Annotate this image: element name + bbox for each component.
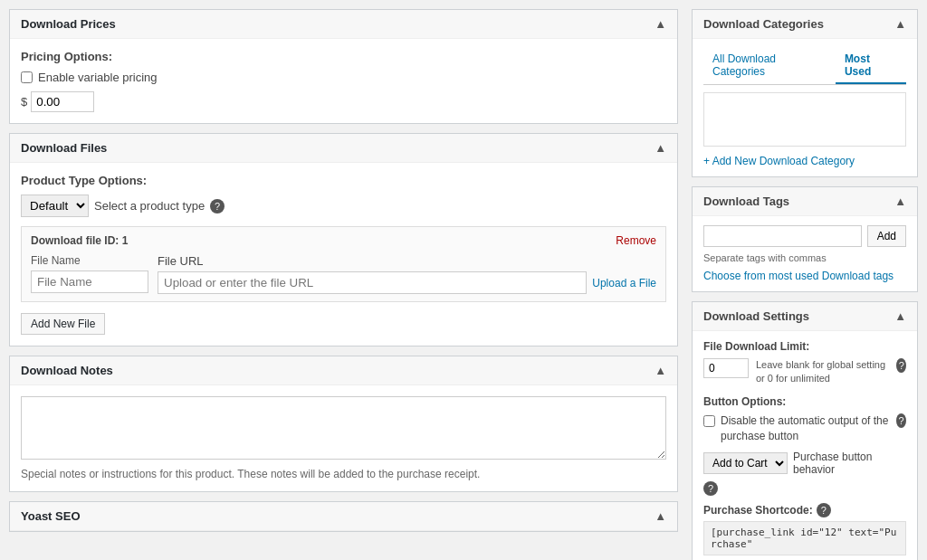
purchase-btn-select[interactable]: Add to Cart [703, 452, 788, 474]
price-input[interactable] [31, 91, 94, 112]
limit-hint: Leave blank for global setting or 0 for … [756, 358, 893, 386]
download-notes-body: Special notes or instructions for this p… [10, 385, 677, 491]
upload-file-link[interactable]: Upload a File [592, 277, 656, 289]
download-notes-collapse[interactable]: ▲ [655, 364, 666, 377]
download-files-header: Download Files ▲ [10, 134, 677, 163]
add-new-category-link[interactable]: + Add New Download Category [703, 155, 855, 167]
disable-auto-output-label: Disable the automatic output of the purc… [721, 413, 893, 444]
download-prices-title: Download Prices [21, 17, 116, 31]
limit-row: Leave blank for global setting or 0 for … [703, 358, 906, 386]
download-files-metabox: Download Files ▲ Product Type Options: D… [9, 133, 678, 346]
download-categories-body: All Download Categories Most Used + Add … [693, 39, 917, 176]
download-notes-header: Download Notes ▲ [10, 356, 677, 385]
file-block-id-label: Download file ID: 1 [31, 234, 128, 247]
shortcode-help-icon[interactable]: ? [817, 503, 831, 517]
download-files-collapse[interactable]: ▲ [655, 141, 666, 155]
file-download-limit-label: File Download Limit: [703, 340, 906, 353]
tag-input[interactable] [703, 225, 862, 247]
button-options-row: Disable the automatic output of the purc… [703, 413, 906, 444]
disable-auto-output-checkbox[interactable] [703, 415, 715, 427]
download-tags-title: Download Tags [703, 195, 789, 208]
remove-file-link[interactable]: Remove [616, 234, 656, 247]
download-tags-collapse[interactable]: ▲ [894, 195, 906, 208]
product-type-select[interactable]: Default [21, 195, 89, 217]
download-settings-collapse[interactable]: ▲ [894, 309, 906, 323]
purchase-btn-behavior-label: Purchase button behavior [793, 451, 906, 476]
choose-tags-link[interactable]: Choose from most used Download tags [703, 270, 894, 282]
price-row: $ [21, 91, 666, 112]
tab-most-used[interactable]: Most Used [836, 48, 906, 84]
button-options-label: Button Options: [703, 395, 906, 408]
download-settings-title: Download Settings [703, 309, 809, 323]
download-tags-metabox: Download Tags ▲ Add Separate tags with c… [692, 186, 918, 292]
price-symbol: $ [21, 95, 27, 109]
file-url-label: File URL [158, 254, 656, 268]
download-tags-body: Add Separate tags with commas Choose fro… [693, 216, 917, 291]
product-type-row: Default Select a product type ? [21, 195, 666, 217]
file-url-row: Upload a File [158, 271, 656, 294]
download-prices-header: Download Prices ▲ [10, 10, 677, 39]
file-url-input[interactable] [158, 271, 587, 294]
yoast-seo-metabox: Yoast SEO ▲ [9, 501, 678, 532]
tag-hint: Separate tags with commas [703, 252, 906, 263]
file-url-group: File URL Upload a File [158, 254, 656, 294]
file-name-label: File Name [31, 254, 148, 267]
enable-variable-pricing-row: Enable variable pricing [21, 71, 666, 84]
download-notes-metabox: Download Notes ▲ Special notes or instru… [9, 356, 678, 492]
download-categories-metabox: Download Categories ▲ All Download Categ… [692, 9, 918, 177]
yoast-seo-collapse[interactable]: ▲ [655, 509, 666, 523]
file-name-input[interactable] [31, 271, 148, 293]
enable-variable-pricing-label: Enable variable pricing [38, 71, 158, 84]
download-settings-header: Download Settings ▲ [693, 302, 917, 331]
file-block-1: Download file ID: 1 Remove File Name Fil… [21, 226, 666, 302]
notes-hint: Special notes or instructions for this p… [21, 468, 666, 480]
download-categories-collapse[interactable]: ▲ [894, 17, 906, 31]
limit-input[interactable] [703, 358, 749, 378]
categories-area [703, 92, 906, 147]
download-settings-body: File Download Limit: Leave blank for glo… [693, 331, 917, 560]
shortcode-box: [purchase_link id="12" text="Purchase" [703, 521, 906, 555]
product-type-label: Product Type Options: [21, 174, 666, 187]
purchase-shortcode-label-row: Purchase Shortcode: ? [703, 503, 906, 517]
select-product-type-label: Select a product type [94, 199, 205, 213]
yoast-seo-title: Yoast SEO [21, 509, 81, 523]
download-categories-header: Download Categories ▲ [693, 10, 917, 39]
product-type-help-icon[interactable]: ? [210, 199, 225, 214]
purchase-behavior-help-icon[interactable]: ? [703, 481, 718, 496]
download-categories-title: Download Categories [703, 17, 824, 31]
tag-input-row: Add [703, 225, 906, 247]
file-name-group: File Name [31, 254, 148, 294]
limit-help-icon[interactable]: ? [896, 358, 906, 373]
file-block-header: Download file ID: 1 Remove [31, 234, 656, 247]
purchase-btn-row: Add to Cart Purchase button behavior [703, 451, 906, 476]
download-settings-metabox: Download Settings ▲ File Download Limit:… [692, 301, 918, 560]
pricing-options-label: Pricing Options: [21, 50, 666, 63]
add-tag-button[interactable]: Add [867, 225, 906, 247]
disable-auto-help-icon[interactable]: ? [896, 413, 906, 428]
purchase-shortcode-label: Purchase Shortcode: [703, 504, 813, 517]
yoast-seo-header: Yoast SEO ▲ [10, 502, 677, 531]
download-prices-body: Pricing Options: Enable variable pricing… [10, 39, 677, 123]
categories-tab-row: All Download Categories Most Used [703, 48, 906, 85]
tab-all-categories[interactable]: All Download Categories [703, 48, 836, 84]
add-new-file-button[interactable]: Add New File [21, 313, 105, 335]
enable-variable-pricing-checkbox[interactable] [21, 71, 33, 83]
download-tags-header: Download Tags ▲ [693, 187, 917, 216]
notes-textarea[interactable] [21, 396, 666, 460]
file-fields: File Name File URL Upload a File [31, 254, 656, 294]
download-notes-title: Download Notes [21, 364, 113, 377]
download-files-body: Product Type Options: Default Select a p… [10, 163, 677, 346]
download-prices-metabox: Download Prices ▲ Pricing Options: Enabl… [9, 9, 678, 124]
download-prices-collapse[interactable]: ▲ [655, 17, 666, 31]
download-files-title: Download Files [21, 141, 107, 155]
